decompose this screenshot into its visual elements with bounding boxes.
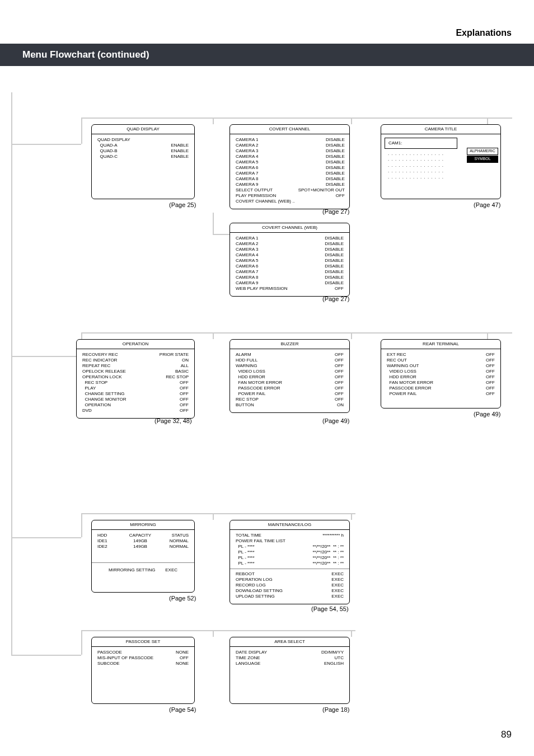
box-right-col: PRIOR STATE ON ALL BASIC REC STOP OFF OF… (160, 352, 189, 414)
box-title: QUAD DISPLAY (92, 125, 194, 134)
passcode-set-box: PASSCODE SET PASSCODE MIS-INPUT OF PASSC… (91, 637, 195, 704)
page-title: Menu Flowchart (continued) (0, 44, 534, 66)
box-right-col: OFF OFF OFF OFF OFF OFF OFF OFF (486, 352, 495, 397)
mirroring-box: MIRRORING HDD CAPACITY STATUS IDE1 149GB… (91, 520, 195, 593)
page-ref: (Page 32, 48) (154, 417, 192, 424)
page-ref: (Page 54) (169, 706, 196, 713)
box-left-col: QUAD DISPLAY QUAD-A QUAD-B QUAD-C (97, 137, 130, 159)
tree-connector (487, 332, 488, 339)
tree-connector (213, 630, 214, 637)
tree-connector (351, 332, 352, 339)
tree-connector (81, 118, 512, 119)
tree-connector (487, 118, 488, 124)
buzzer-box: BUZZER ALARM HDD FULL WARNING VIDEO LOSS… (229, 339, 350, 413)
page-number: 89 (501, 729, 512, 740)
mir-setting-label: MIRRORING SETTING (109, 567, 156, 573)
quad-display-box: QUAD DISPLAY QUAD DISPLAY QUAD-A QUAD-B … (91, 124, 195, 199)
box-left-col: CAMERA 1 CAMERA 2 CAMERA 3 CAMERA 4 CAME… (236, 236, 288, 292)
box-right-col: ENABLE ENABLE ENABLE (171, 137, 189, 159)
box-title: MIRRORING (92, 520, 194, 530)
tree-connector (11, 356, 81, 357)
mir-h3: STATUS (161, 533, 189, 538)
mir-row: IDE1 149GB NORMAL (97, 538, 189, 544)
tree-connector (81, 118, 82, 144)
covert-channel-web-box: COVERT CHANNEL (WEB) CAMERA 1 CAMERA 2 C… (229, 223, 350, 297)
mir-c2: 149GB (125, 544, 156, 550)
box-right-col-2: EXEC EXEC EXEC EXEC EXEC (331, 571, 344, 599)
page-ref: (Page 49) (322, 417, 349, 424)
alphameric-btn: ALPHAMERIC (467, 148, 498, 155)
box-left-col: CAMERA 1 CAMERA 2 CAMERA 3 CAMERA 4 CAME… (236, 137, 295, 204)
page-ref: (Page 27) (322, 295, 349, 302)
tree-connector (213, 118, 214, 124)
box-left-col: DATE DISPLAY TIME ZONE LANGUAGE (236, 650, 267, 666)
box-left-col: EXT REC REC OUT WARNING OUT VIDEO LOSS H… (387, 352, 433, 397)
page-ref: (Page 49) (474, 411, 500, 417)
box-title: PASSCODE SET (92, 637, 194, 647)
box-title: AREA SELECT (230, 637, 349, 647)
box-right-col: ********** h **/**/20** ** : ** **/**/20… (312, 533, 344, 566)
tree-connector (11, 92, 12, 655)
box-right-col: OFF OFF OFF OFF OFF OFF OFF OFF OFF ON (335, 352, 344, 408)
area-select-box: AREA SELECT DATE DISPLAY TIME ZONE LANGU… (229, 637, 350, 704)
tree-connector (213, 332, 214, 339)
box-left-col: TOTAL TIME POWER FAIL TIME LIST PL - ***… (236, 533, 285, 566)
tree-connector (81, 513, 355, 514)
box-title: COVERT CHANNEL (WEB) (230, 223, 349, 233)
page-ref: (Page 54, 55) (311, 605, 349, 612)
tree-connector (81, 630, 82, 655)
section-label: Explanations (456, 28, 512, 38)
box-right-col: DD/MM/YY UTC ENGLISH (321, 650, 344, 666)
mir-setting-value: EXEC (165, 567, 177, 573)
box-title: BUZZER (230, 340, 349, 349)
tree-connector (213, 213, 214, 234)
mir-c2: 149GB (125, 538, 156, 544)
tree-connector (81, 332, 512, 334)
mir-header-row: HDD CAPACITY STATUS (97, 533, 189, 538)
mir-c1: IDE2 (97, 544, 120, 550)
operation-box: OPERATION RECOVERY REC REC INDICATOR REP… (76, 339, 195, 419)
tree-connector (11, 537, 81, 538)
cam-label: CAM1: (385, 138, 457, 149)
mir-c3: NORMAL (161, 538, 189, 544)
box-right-col: DISABLE DISABLE DISABLE DISABLE DISABLE … (325, 236, 344, 292)
box-title: COVERT CHANNEL (230, 125, 349, 134)
mir-row: IDE2 149GB NORMAL (97, 544, 189, 550)
maintenance-log-box: MAINTENANCE/LOG TOTAL TIME POWER FAIL TI… (229, 520, 350, 604)
box-right-col: NONE OFF NONE (176, 650, 189, 666)
page-ref: (Page 47) (474, 201, 500, 208)
page-ref: (Page 18) (322, 706, 349, 713)
tree-connector (351, 630, 352, 637)
box-left-col: ALARM HDD FULL WARNING VIDEO LOSS HDD ER… (236, 352, 282, 408)
tree-connector (11, 144, 81, 145)
box-left-col: RECOVERY REC REC INDICATOR REPEAT REC OP… (82, 352, 127, 414)
tree-connector (213, 513, 214, 520)
mir-c3: NORMAL (161, 544, 189, 550)
box-left-col-2: REBOOT OPERATION LOG RECORD LOG DOWNLOAD… (236, 571, 283, 599)
box-right-col: DISABLE DISABLE DISABLE DISABLE DISABLE … (298, 137, 345, 204)
box-left-col: PASSCODE MIS-INPUT OF PASSCODE SUBCODE (97, 650, 153, 666)
tree-connector (11, 655, 81, 656)
tree-connector (81, 630, 355, 631)
tree-connector (351, 513, 352, 520)
box-title: CAMERA TITLE (381, 125, 500, 134)
covert-channel-box: COVERT CHANNEL CAMERA 1 CAMERA 2 CAMERA … (229, 124, 350, 209)
box-title: OPERATION (77, 340, 194, 349)
camera-title-box: CAMERA TITLE CAM1: . . . . . . . . . . .… (381, 124, 501, 199)
tree-connector (81, 513, 82, 537)
rear-terminal-box: REAR TERMINAL EXT REC REC OUT WARNING OU… (381, 339, 501, 408)
box-title: MAINTENANCE/LOG (230, 520, 349, 530)
mir-h2: CAPACITY (125, 533, 156, 538)
page-ref: (Page 27) (322, 208, 349, 215)
page-ref: (Page 52) (169, 595, 196, 602)
box-title: REAR TERMINAL (381, 340, 500, 349)
tree-connector (351, 118, 352, 124)
page-ref: (Page 25) (169, 201, 196, 208)
mir-c1: IDE1 (97, 538, 120, 544)
mir-h1: HDD (97, 533, 120, 538)
symbol-btn: SYMBOL (467, 156, 498, 163)
